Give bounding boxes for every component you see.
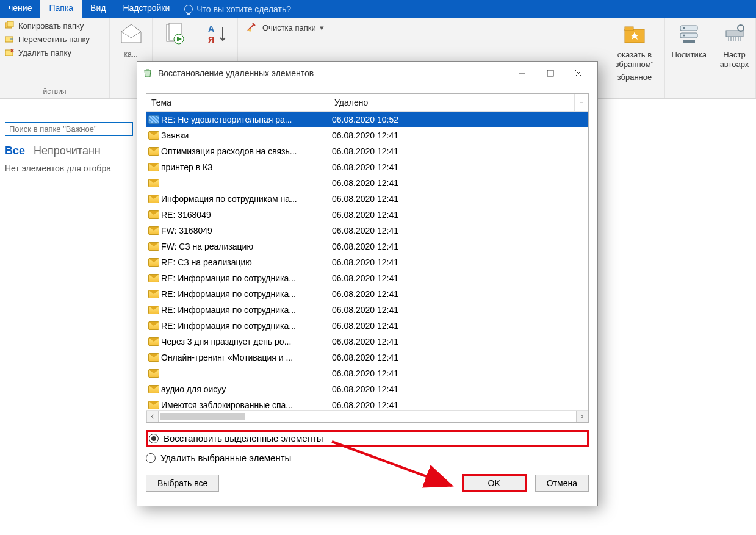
restore-selected-radio[interactable]: Восстановить выделенные элементы — [149, 433, 323, 443]
row-subject: RE: Информация по сотрудника... — [161, 305, 329, 315]
list-item[interactable]: RE: СЗ на реализацию06.08.2020 12:41 — [146, 254, 588, 270]
row-subject: принтер в КЗ — [161, 162, 329, 172]
select-all-button[interactable]: Выбрать все — [146, 475, 219, 492]
shredder-icon — [722, 22, 747, 46]
purge-selected-label: Удалить выбранные элементы — [160, 453, 291, 463]
list-item[interactable]: RE: Информация по сотрудника...06.08.202… — [146, 302, 588, 318]
svg-point-14 — [683, 35, 685, 37]
horizontal-scrollbar[interactable] — [146, 410, 588, 422]
show-in-favorites-button[interactable]: оказать в збранном" збранное — [604, 18, 665, 98]
tab-prev[interactable]: чение — [0, 0, 40, 18]
copy-folder-label: Копировать папку — [18, 21, 84, 31]
list-item[interactable]: Через 3 дня празднует день ро...06.08.20… — [146, 334, 588, 350]
tab-folder[interactable]: Папка — [40, 0, 82, 18]
row-deleted-date: 06.08.2020 12:41 — [329, 289, 588, 299]
cleanup-folder-button[interactable]: Очистка папки ▾ — [247, 22, 324, 33]
mail-icon — [146, 306, 161, 314]
scroll-up-button[interactable] — [575, 94, 588, 111]
scroll-left-button[interactable] — [146, 411, 159, 422]
row-subject: Онлайн-тренинг «Мотивация и ... — [161, 353, 329, 362]
filter-all[interactable]: Все — [5, 145, 25, 157]
mail-icon — [146, 385, 161, 393]
move-folder-button[interactable]: Переместить папку — [5, 34, 104, 44]
folder-star-icon — [622, 22, 647, 46]
filter-unread[interactable]: Непрочитанн — [34, 145, 101, 157]
svg-point-13 — [683, 27, 685, 29]
row-deleted-date: 06.08.2020 12:41 — [329, 368, 588, 378]
mail-icon — [146, 290, 161, 298]
col-subject-header[interactable]: Тема — [146, 94, 329, 111]
tellme-input[interactable] — [196, 4, 355, 14]
scroll-right-button[interactable] — [576, 411, 588, 422]
list-item[interactable]: RE: Информация по сотрудника...06.08.202… — [146, 286, 588, 302]
list-item[interactable]: FW: СЗ на реализацию06.08.2020 12:41 — [146, 239, 588, 254]
list-item[interactable]: FW: 316804906.08.2020 12:41 — [146, 223, 588, 239]
list-item[interactable]: Заявки06.08.2020 12:41 — [146, 127, 588, 143]
list-item[interactable]: Имеются заблокированные спа...06.08.2020… — [146, 397, 588, 410]
list-header: Тема Удалено — [146, 94, 588, 112]
list-item[interactable]: RE: 316804906.08.2020 12:41 — [146, 207, 588, 223]
row-deleted-date: 06.08.2020 12:41 — [329, 321, 588, 331]
ok-button[interactable]: OK — [462, 474, 527, 492]
mail-icon — [146, 274, 161, 282]
search-input[interactable] — [5, 122, 133, 136]
list-item[interactable]: 06.08.2020 12:41 — [146, 175, 588, 191]
mail-icon — [146, 210, 161, 219]
row-deleted-date: 06.08.2020 12:41 — [329, 337, 588, 346]
copy-folder-icon — [5, 21, 15, 31]
list-item[interactable]: аудио для оисуу06.08.2020 12:41 — [146, 381, 588, 397]
minimize-button[interactable] — [508, 64, 536, 82]
list-item[interactable]: Онлайн-тренинг «Мотивация и ...06.08.202… — [146, 350, 588, 365]
mail-icon — [146, 131, 161, 140]
selected-mail-icon — [146, 115, 161, 124]
row-subject: RE: 3168049 — [161, 210, 329, 220]
row-deleted-date: 06.08.2020 12:41 — [329, 257, 588, 267]
row-subject: RE: Информация по сотрудника... — [161, 289, 329, 299]
mail-icon — [146, 337, 161, 346]
move-folder-label: Переместить папку — [18, 35, 90, 44]
mail-icon — [146, 226, 161, 235]
list-item[interactable]: 06.08.2020 12:41 — [146, 365, 588, 381]
maximize-button[interactable] — [536, 64, 564, 82]
row-deleted-date: 06.08.2020 12:41 — [329, 400, 588, 410]
row-subject: аудио для оисуу — [161, 384, 329, 394]
list-item[interactable]: RE: Не удовлетворительная ра...06.08.202… — [146, 112, 588, 127]
svg-rect-11 — [680, 26, 697, 31]
tab-view[interactable]: Вид — [82, 0, 114, 18]
envelope-open-icon — [119, 22, 143, 46]
close-button[interactable] — [564, 64, 592, 82]
policy-button[interactable]: Политика — [665, 18, 713, 98]
list-item[interactable]: принтер в КЗ06.08.2020 12:41 — [146, 159, 588, 175]
col-deleted-header[interactable]: Удалено — [329, 94, 575, 111]
mail-icon — [146, 258, 161, 267]
list-item[interactable]: RE: Информация по сотрудника...06.08.202… — [146, 270, 588, 286]
purge-selected-radio[interactable]: Удалить выбранные элементы — [146, 453, 589, 463]
row-deleted-date: 06.08.2020 12:41 — [329, 305, 588, 315]
row-deleted-date: 06.08.2020 12:41 — [329, 194, 588, 204]
delete-folder-icon — [5, 48, 15, 57]
tab-addins[interactable]: Надстройки — [114, 0, 178, 18]
list-item[interactable]: Информация по сотрудникам на...06.08.202… — [146, 191, 588, 207]
mail-icon — [146, 195, 161, 203]
recycle-icon — [142, 68, 153, 79]
mail-icon — [146, 321, 161, 330]
delete-folder-button[interactable]: Удалить папку — [5, 48, 104, 57]
tellme-box[interactable] — [184, 0, 355, 18]
policy-label: Политика — [671, 50, 707, 59]
mail-icon — [146, 353, 161, 362]
autoarchive-line2: автоарх — [720, 60, 749, 70]
row-deleted-date: 06.08.2020 12:41 — [329, 273, 588, 283]
list-item[interactable]: RE: Информация по сотрудника...06.08.202… — [146, 318, 588, 334]
autoarchive-button[interactable]: Настр автоарх — [713, 18, 756, 98]
row-subject: FW: 3168049 — [161, 226, 329, 235]
mail-icon — [146, 369, 161, 378]
dropdown-caret-icon: ▾ — [320, 23, 324, 32]
svg-rect-10 — [625, 27, 633, 31]
svg-rect-17 — [547, 70, 553, 76]
list-item[interactable]: Оптимизация расходов на связь...06.08.20… — [146, 143, 588, 159]
copy-folder-button[interactable]: Копировать папку — [5, 21, 104, 31]
scroll-thumb[interactable] — [160, 413, 245, 420]
cancel-button[interactable]: Отмена — [535, 475, 589, 492]
mail-icon — [146, 179, 161, 187]
row-deleted-date: 06.08.2020 12:41 — [329, 384, 588, 394]
